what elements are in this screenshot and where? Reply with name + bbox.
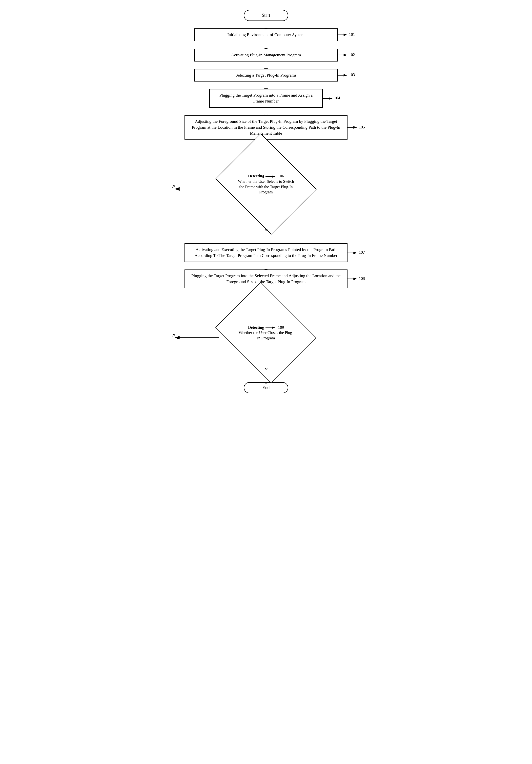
svg-marker-11: [272, 175, 275, 178]
step105-box: Adjusting the Foreground Size of the Tar…: [185, 115, 347, 139]
step109-detecting: Detecting: [248, 325, 264, 329]
step108-box: Plugging the Target Program into the Sel…: [185, 270, 347, 288]
step102-ref: 102: [336, 53, 355, 58]
step107-wrapper: Activating and Executing the Target Plug…: [185, 243, 347, 262]
step109-n-area: N: [172, 333, 175, 338]
step108-text: Plugging the Target Program into the Sel…: [191, 274, 341, 284]
step101-text: Initializing Environment of Computer Sys…: [228, 32, 305, 37]
step103-ref: 103: [336, 73, 355, 78]
arrow-3: [266, 62, 266, 69]
step102-text: Activating Plug-In Management Program: [231, 53, 301, 57]
step109-y-label: Y: [265, 367, 267, 372]
step104-box: Plugging the Target Program into a Frame…: [209, 89, 323, 108]
svg-marker-3: [344, 54, 347, 56]
step109-diamond-text: Detecting 109 Whether the User Closes th…: [238, 324, 294, 341]
arrow-1: [266, 21, 266, 28]
step106-diamond-text: Detecting 106 Whether the User Selects t…: [238, 173, 294, 195]
step109-n-label: N: [172, 333, 175, 337]
svg-marker-5: [344, 74, 347, 77]
svg-marker-19: [272, 326, 275, 329]
svg-marker-17: [353, 278, 357, 280]
step101-box: Initializing Environment of Computer Sys…: [194, 28, 338, 41]
svg-marker-15: [353, 252, 357, 254]
arrow-7: [266, 236, 266, 243]
step101-wrapper: Initializing Environment of Computer Sys…: [194, 28, 338, 41]
step104-ref: 104: [321, 96, 340, 101]
svg-marker-1: [344, 34, 347, 36]
step108-wrapper: Plugging the Target Program into the Sel…: [185, 270, 347, 288]
step105-wrapper: Adjusting the Foreground Size of the Tar…: [185, 115, 347, 139]
flowchart: Start Initializing Environment of Comput…: [172, 10, 360, 393]
step102-wrapper: Activating Plug-In Management Program 10…: [194, 49, 338, 62]
step103-box: Selecting a Target Plug-In Programs: [194, 69, 338, 82]
step106-y-label: Y: [265, 229, 267, 233]
step106-detecting: Detecting: [248, 174, 264, 178]
step103-wrapper: Selecting a Target Plug-In Programs 103: [194, 69, 338, 82]
arrow-8: [266, 262, 266, 270]
step104-text: Plugging the Target Program into a Frame…: [219, 93, 312, 103]
arrow-10: [266, 375, 266, 382]
arrow-2: [266, 41, 266, 49]
step107-ref: 107: [346, 250, 365, 255]
step105-ref: 105: [346, 125, 365, 130]
svg-marker-9: [353, 126, 357, 129]
step102-box: Activating Plug-In Management Program: [194, 49, 338, 62]
arrow-5: [266, 108, 266, 115]
step107-text: Activating and Executing the Target Plug…: [195, 247, 338, 258]
step103-text: Selecting a Target Plug-In Programs: [236, 73, 297, 78]
step106-diamond-container: Detecting 106 Whether the User Selects t…: [219, 147, 313, 221]
end-label: End: [263, 385, 270, 390]
step104-wrapper: Plugging the Target Program into a Frame…: [209, 89, 323, 108]
step108-ref: 108: [346, 277, 365, 282]
step105-text: Adjusting the Foreground Size of the Tar…: [192, 119, 340, 136]
svg-marker-21: [175, 336, 180, 339]
step109-diamond-container: Detecting 109 Whether the User Closes th…: [219, 296, 313, 370]
step109-section: Detecting 109 Whether the User Closes th…: [172, 296, 360, 375]
arrow-4: [266, 82, 266, 89]
step106-n-area: N: [172, 184, 175, 189]
start-label: Start: [262, 13, 270, 18]
svg-marker-13: [175, 187, 180, 191]
step107-box: Activating and Executing the Target Plug…: [185, 243, 347, 262]
step106-section: Detecting 106 Whether the User Selects t…: [172, 147, 360, 236]
svg-marker-7: [329, 97, 332, 99]
step101-ref: 101: [336, 32, 355, 37]
start-terminal: Start: [244, 10, 288, 21]
step106-n-label: N: [172, 184, 175, 189]
